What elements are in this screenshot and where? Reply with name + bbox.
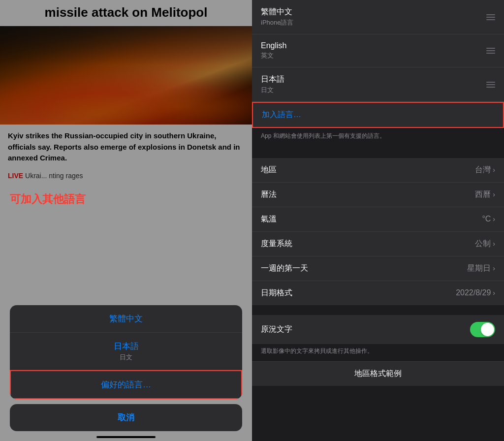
live-text-label: 原況文字 [261,324,292,335]
language-sub: 英文 [261,51,286,60]
action-sheet-overlay: 可加入其他語言 繁體中文 日本語 日文 偏好的語言… 取消 [0,0,252,441]
action-sheet-preferred-languages[interactable]: 偏好的語言… [10,370,242,399]
section-divider-2 [252,305,504,315]
action-cancel: 取消 [10,404,242,431]
temperature-label: 氣溫 [261,214,277,224]
chevron-icon: › [493,264,495,272]
toggle-knob [481,323,494,336]
first-day-row[interactable]: 一週的第一天 星期日 › [252,256,504,281]
date-format-row[interactable]: 日期格式 2022/8/29 › [252,281,504,305]
add-language-text: 加入語言… [262,110,301,120]
language-name: 繁體中文 [261,7,293,17]
drag-handle[interactable] [486,48,495,54]
drag-handle[interactable] [486,14,495,20]
action-sheet: 繁體中文 日本語 日文 偏好的語言… [10,305,242,399]
temperature-value: °C › [482,215,495,223]
chevron-icon: › [493,190,495,198]
language-info: 日本語 日文 [261,74,284,94]
preferred-languages-label: 偏好的語言… [101,380,151,389]
japanese-sub: 日文 [18,353,234,362]
language-item-japanese[interactable]: 日本語 日文 [252,67,504,102]
traditional-chinese-label: 繁體中文 [109,314,143,323]
live-text-row[interactable]: 原況文字 [252,315,504,344]
region-value-text: 台灣 [475,165,491,175]
action-sheet-japanese[interactable]: 日本語 日文 [10,333,242,370]
chevron-icon: › [493,215,495,223]
calendar-label: 曆法 [261,189,277,200]
live-text-toggle[interactable] [470,322,495,337]
right-panel: 繁體中文 iPhone語言 English 英文 日本語 [252,0,504,441]
calendar-value: 西曆 › [475,189,495,200]
measurement-value: 公制 › [475,239,495,249]
measurement-label: 度量系統 [261,239,292,249]
language-sub: iPhone語言 [261,18,293,27]
callout-label: 可加入其他語言 [10,192,86,207]
temperature-value-text: °C [482,215,491,223]
temperature-row[interactable]: 氣溫 °C › [252,207,504,232]
first-day-value-text: 星期日 [467,263,491,274]
chevron-icon: › [493,166,495,174]
measurement-value-text: 公制 [475,239,491,249]
region-value: 台灣 › [475,165,495,175]
language-list: 繁體中文 iPhone語言 English 英文 日本語 [252,0,504,128]
date-format-label: 日期格式 [261,288,292,298]
language-item-traditional-chinese[interactable]: 繁體中文 iPhone語言 [252,0,504,34]
japanese-label: 日本語 [114,342,139,351]
date-format-value-text: 2022/8/29 [456,288,491,297]
language-item-english[interactable]: English 英文 [252,34,504,67]
calendar-row[interactable]: 曆法 西曆 › [252,183,504,207]
first-day-value: 星期日 › [467,263,495,274]
language-name: English [261,41,286,50]
language-info: 繁體中文 iPhone語言 [261,7,293,27]
date-format-value: 2022/8/29 › [456,288,495,297]
language-info: English 英文 [261,41,286,60]
calendar-value-text: 西曆 [475,189,491,200]
chevron-icon: › [493,289,495,297]
first-day-label: 一週的第一天 [261,263,308,274]
live-text-section: 原況文字 [252,315,504,344]
cancel-button[interactable]: 取消 [10,404,242,431]
action-sheet-traditional-chinese[interactable]: 繁體中文 [10,305,242,333]
region-label: 地區 [261,165,277,175]
language-name: 日本語 [261,74,284,85]
section-divider [252,148,504,158]
measurement-row[interactable]: 度量系統 公制 › [252,232,504,256]
add-language-button[interactable]: 加入語言… [252,102,504,128]
home-indicator [96,436,156,438]
drag-handle[interactable] [486,82,495,88]
region-row[interactable]: 地區 台灣 › [252,158,504,183]
left-panel: missile attack on Melitopol Kyiv strikes… [0,0,252,441]
language-note: App 和網站會使用列表上第一個有支援的語言。 [252,128,504,148]
live-text-note: 選取影像中的文字來拷貝或進行其他操作。 [252,344,504,361]
regional-settings: 地區 台灣 › 曆法 西曆 › 氣溫 °C › [252,158,504,305]
language-sub: 日文 [261,86,284,94]
language-section: 繁體中文 iPhone語言 English 英文 日本語 [252,0,504,386]
bottom-section-title: 地區格式範例 [252,361,504,386]
chevron-icon: › [493,240,495,248]
